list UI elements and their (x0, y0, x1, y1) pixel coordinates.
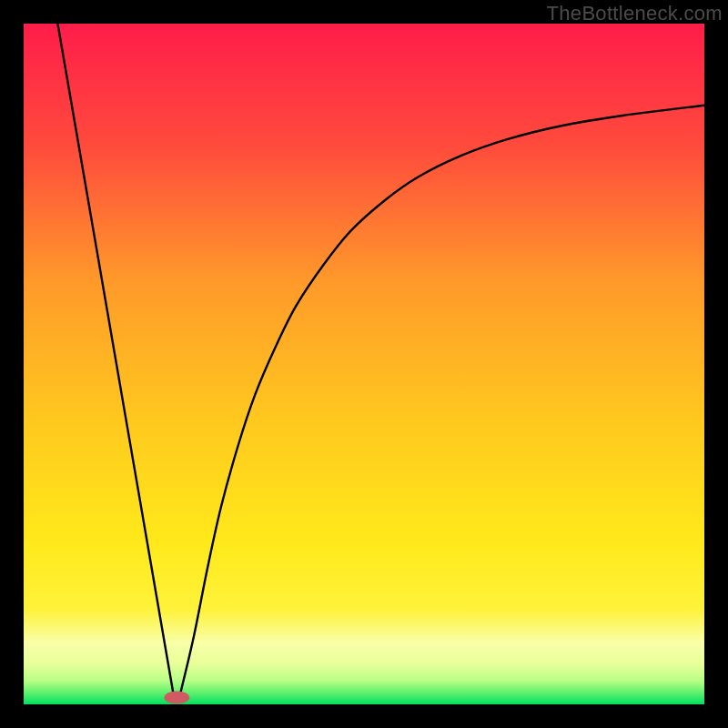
attribution-watermark: TheBottleneck.com (547, 2, 723, 25)
gradient-background (24, 24, 704, 704)
optimum-marker (164, 692, 189, 704)
bottleneck-curve-plot (24, 24, 704, 704)
chart-frame (24, 24, 704, 704)
